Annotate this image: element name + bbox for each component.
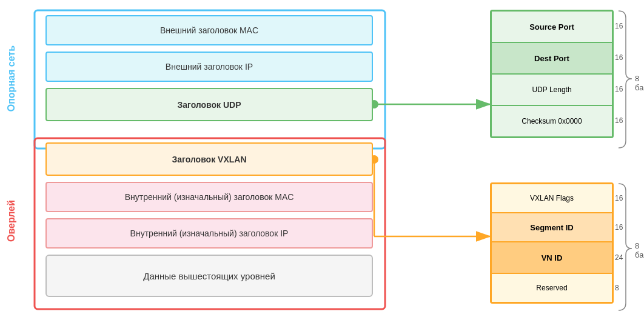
box-data: Данные вышестоящих уровней bbox=[45, 255, 373, 297]
bits-checksum: 16 bbox=[615, 116, 623, 125]
bits-segment-id: 16 bbox=[615, 223, 623, 232]
bits-reserved: 8 bbox=[615, 284, 619, 292]
box-mac-outer: Внешний заголовок MAC bbox=[45, 15, 373, 45]
bits-length: 16 bbox=[615, 85, 623, 93]
vxlan-row-vnid: VN ID bbox=[491, 242, 612, 273]
overlay-label: Оверлей bbox=[6, 136, 17, 306]
udp-row-source-port: Source Port bbox=[491, 11, 612, 42]
box-ip-inner: Внутренний (изначальный) заголовок IP bbox=[45, 218, 373, 249]
vxlan-row-flags: VXLAN Flags bbox=[491, 184, 612, 213]
box-udp-header: Заголовок UDP bbox=[45, 88, 373, 121]
bits-vnid: 24 bbox=[615, 253, 623, 262]
udp-row-length: UDP Length bbox=[491, 74, 612, 105]
box-ip-outer: Внешний заголовок IP bbox=[45, 52, 373, 82]
box-mac-inner: Внутренний (изначальный) заголовок MAC bbox=[45, 182, 373, 212]
vxlan-row-segment-id: Segment ID bbox=[491, 213, 612, 242]
bits-dest-port: 16 bbox=[615, 53, 623, 62]
diagram-container: Опорная сеть Оверлей Внешний заголовок M… bbox=[0, 0, 644, 317]
box-vxlan-header: Заголовок VXLAN bbox=[45, 142, 373, 176]
backbone-label: Опорная сеть bbox=[6, 9, 17, 148]
udp-brace-label: 8 байт bbox=[635, 74, 644, 92]
vxlan-row-reserved: Reserved bbox=[491, 273, 612, 302]
vxlan-brace-label: 8 байт bbox=[635, 241, 644, 259]
udp-row-checksum: Checksum 0x0000 bbox=[491, 105, 612, 137]
bits-source-port: 16 bbox=[615, 22, 623, 30]
bits-vxlan-flags: 16 bbox=[615, 194, 623, 202]
udp-row-dest-port: Dest Port bbox=[491, 42, 612, 74]
